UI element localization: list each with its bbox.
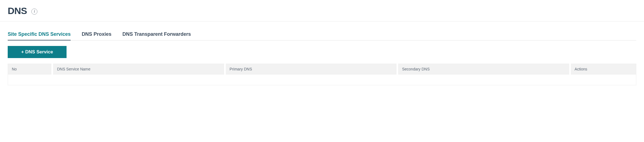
toolbar: + DNS Service xyxy=(8,40,636,64)
table-header-row: No DNS Service Name Primary DNS Secondar… xyxy=(8,64,636,75)
page-title: DNS xyxy=(8,6,27,16)
tab-site-specific-dns-services[interactable]: Site Specific DNS Services xyxy=(8,31,71,40)
info-icon[interactable]: i xyxy=(31,9,37,15)
column-header-secondary-dns: Secondary DNS xyxy=(398,64,569,75)
content-area: Site Specific DNS Services DNS Proxies D… xyxy=(0,31,644,85)
column-header-primary-dns: Primary DNS xyxy=(226,64,397,75)
tab-label: DNS Proxies xyxy=(82,31,111,37)
tab-dns-transparent-forwarders[interactable]: DNS Transparent Forwarders xyxy=(122,31,191,40)
dns-services-table: No DNS Service Name Primary DNS Secondar… xyxy=(8,64,636,85)
tab-label: DNS Transparent Forwarders xyxy=(122,31,191,37)
page-header: DNS i xyxy=(0,0,644,21)
tab-label: Site Specific DNS Services xyxy=(8,31,71,37)
tab-dns-proxies[interactable]: DNS Proxies xyxy=(82,31,111,40)
column-header-actions: Actions xyxy=(571,64,636,75)
column-header-no: No xyxy=(8,64,51,75)
tab-bar: Site Specific DNS Services DNS Proxies D… xyxy=(8,31,636,40)
column-header-dns-service-name: DNS Service Name xyxy=(53,64,224,75)
add-dns-service-button[interactable]: + DNS Service xyxy=(8,46,67,58)
table-body xyxy=(8,75,636,85)
